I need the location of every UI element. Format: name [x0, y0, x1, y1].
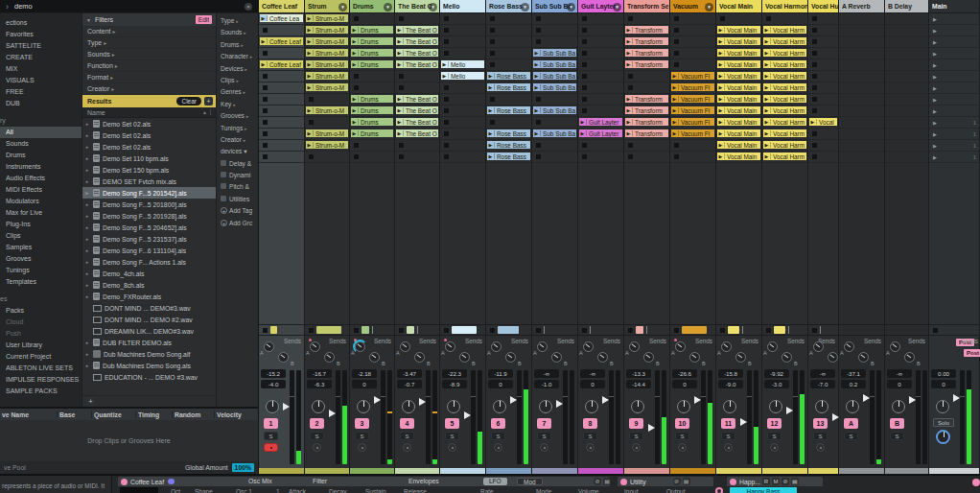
clip-stop-button[interactable]: [582, 28, 587, 33]
clip-slot[interactable]: ▶Coffee Leaf: [259, 59, 304, 71]
clip-play-icon[interactable]: ▶: [533, 50, 541, 56]
clip-stop-button[interactable]: [263, 28, 268, 33]
clip[interactable]: ▶Drums: [351, 37, 393, 45]
clip-play-icon[interactable]: ▶: [306, 38, 314, 44]
track-activator-button[interactable]: 8: [583, 418, 597, 429]
clip-slot[interactable]: [670, 152, 715, 163]
clip-slot[interactable]: ▶Strum-o-M: [305, 25, 349, 36]
scene-launch-icon[interactable]: ▶: [933, 120, 937, 126]
clip-slot[interactable]: ▶Sub Sub Ba: [532, 106, 577, 117]
track-activator-button[interactable]: 4: [400, 418, 414, 429]
arm-button[interactable]: [494, 443, 502, 452]
clip[interactable]: ▶Sub Sub Ba: [533, 60, 576, 68]
clear-search-icon[interactable]: ×: [245, 3, 252, 11]
clip-stop-button[interactable]: [444, 97, 449, 102]
pan-knob[interactable]: [846, 400, 859, 413]
clip-stop-button[interactable]: [536, 28, 541, 33]
clip-play-icon[interactable]: ▶: [763, 107, 771, 113]
clip-slot[interactable]: ▶Rose Bass: [486, 140, 531, 152]
volume-fader-track[interactable]: [793, 370, 798, 464]
clip-slot[interactable]: ▶Vocal Harm: [762, 25, 807, 36]
clip-slot[interactable]: [305, 117, 349, 129]
clip[interactable]: ▶Rose Bass: [487, 83, 530, 91]
send-b-knob[interactable]: [828, 352, 838, 363]
clip-slot[interactable]: [532, 13, 577, 25]
clip[interactable]: ▶Strum-o-M: [306, 83, 348, 91]
send-a-knob[interactable]: [400, 341, 410, 352]
clip-slot[interactable]: [578, 48, 623, 59]
tag-filter-grooves[interactable]: Grooves ▸: [217, 110, 258, 122]
clip-slot[interactable]: [440, 25, 485, 36]
clip-slot[interactable]: [395, 152, 439, 163]
clip-play-icon[interactable]: ▶: [717, 96, 725, 102]
clip-stop-button[interactable]: [766, 16, 771, 21]
clip-stop-button[interactable]: [354, 85, 359, 90]
clip-slot[interactable]: ▶Transform: [624, 36, 669, 48]
clip-slot[interactable]: [839, 36, 884, 48]
expand-triangle-icon[interactable]: ▸: [84, 178, 90, 184]
send-a-knob[interactable]: [445, 341, 455, 352]
expand-triangle-icon[interactable]: ▸: [84, 293, 90, 299]
clip-play-icon[interactable]: ▶: [717, 38, 725, 44]
badge-m[interactable]: M: [772, 478, 780, 485]
clip-slot[interactable]: ▶Vocal Main: [716, 25, 761, 36]
clip[interactable]: ▶Drums: [351, 26, 393, 34]
sidebar-item-push[interactable]: Push: [0, 328, 82, 340]
tag-filter-creator[interactable]: Creator ▸: [217, 134, 258, 146]
clip-stop-button[interactable]: [536, 154, 541, 159]
clip-slot[interactable]: ▶Transform: [624, 117, 669, 129]
device-section-filter[interactable]: Filter: [313, 478, 327, 484]
clip[interactable]: ▶Transform: [625, 106, 668, 114]
clip-slot[interactable]: [259, 106, 304, 117]
send-b-knob[interactable]: [278, 352, 289, 363]
volume-value[interactable]: -1.0: [534, 380, 559, 388]
clip-slot[interactable]: [839, 82, 884, 94]
clip-play-icon[interactable]: ▶: [671, 130, 679, 136]
clip-slot[interactable]: [839, 106, 884, 117]
clip-stop-button[interactable]: [812, 154, 817, 159]
volume-fader-handle[interactable]: [510, 396, 517, 404]
clip-slot[interactable]: ▶Vocal Harm: [762, 140, 807, 152]
file-row[interactable]: ▸DUB FILTER DEMO.als: [82, 337, 216, 348]
sidebar-item-instruments[interactable]: Instruments: [0, 161, 82, 173]
send-a-knob[interactable]: [890, 341, 900, 352]
volume-fader-handle[interactable]: [694, 396, 701, 404]
clip[interactable]: ▶Vocal Main: [717, 153, 760, 160]
clip[interactable]: ▶Transform: [625, 129, 668, 137]
clip[interactable]: ▶The Beat O: [396, 26, 438, 34]
sidebar-item-drums[interactable]: Drums: [0, 150, 82, 161]
clip-stop-button[interactable]: [354, 16, 359, 21]
clip[interactable]: ▶Vocal Harm: [763, 141, 806, 149]
clip-slot[interactable]: ▶Rose Bass: [486, 152, 531, 163]
clip-slot[interactable]: [578, 59, 623, 71]
device-section-envelopes[interactable]: Envelopes: [408, 478, 439, 484]
clip[interactable]: ▶Vocal Harm: [763, 49, 806, 57]
clip-slot[interactable]: [578, 82, 623, 94]
volume-value[interactable]: 0.2: [841, 380, 866, 388]
clip-slot[interactable]: [578, 140, 623, 152]
clip-slot[interactable]: ▶Drums: [350, 25, 394, 36]
sidebar-item-cloud[interactable]: Cloud: [0, 317, 82, 328]
clip-slot[interactable]: [762, 13, 807, 25]
clip-slot[interactable]: ▶Vocal Main: [716, 82, 761, 94]
tag-add-add-tag[interactable]: +Add Tag: [217, 205, 258, 217]
volume-value[interactable]: 0: [931, 380, 956, 388]
clip-slot[interactable]: ▶Guit Layter: [578, 129, 623, 140]
arm-button[interactable]: [632, 443, 641, 452]
arm-button[interactable]: [403, 443, 411, 452]
add-icon[interactable]: +: [86, 397, 95, 406]
checkbox-icon[interactable]: [221, 172, 226, 177]
device-happ-titlebar[interactable]: Happ...RM⊘▤: [727, 477, 823, 486]
clip-slot[interactable]: ▶Vocal Harm: [762, 152, 807, 163]
scene-launch-icon[interactable]: ▶: [933, 97, 937, 103]
clip-play-icon[interactable]: ▶: [306, 15, 314, 21]
clip-play-icon[interactable]: ▶: [671, 84, 679, 90]
clip-play-icon[interactable]: ▶: [260, 15, 268, 21]
expand-triangle-icon[interactable]: ▸: [84, 282, 90, 288]
scene-launch-icon[interactable]: ▶: [933, 85, 937, 91]
volume-fader-handle[interactable]: [419, 398, 426, 406]
clip-play-icon[interactable]: ▶: [717, 50, 725, 56]
tag-filter-devices[interactable]: devices ▾: [217, 146, 258, 157]
volume-fader-track[interactable]: [517, 370, 522, 464]
volume-fader-handle[interactable]: [374, 396, 381, 404]
